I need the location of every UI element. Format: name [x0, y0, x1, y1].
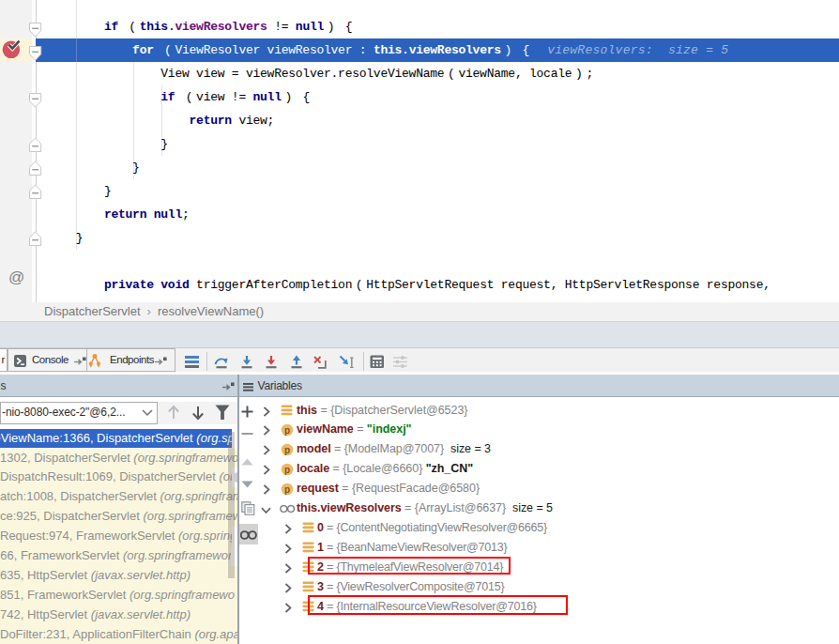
svg-text:p: p	[283, 445, 289, 455]
svg-text:p: p	[283, 425, 289, 436]
svg-text:p: p	[283, 484, 289, 495]
svg-text:p: p	[283, 465, 289, 475]
